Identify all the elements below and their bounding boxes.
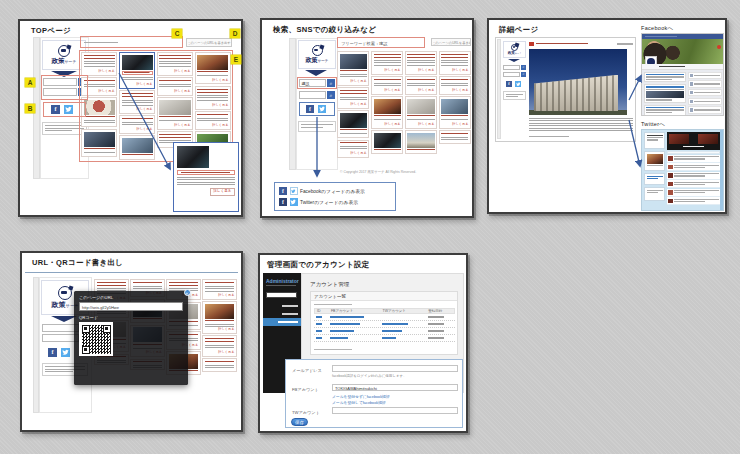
facebook-post[interactable] <box>644 72 687 83</box>
news-card[interactable]: 詳しく見る <box>337 87 369 108</box>
facebook-screenshot[interactable] <box>641 33 724 116</box>
fb-account-link[interactable] <box>330 330 354 331</box>
facebook-side-item[interactable] <box>688 106 722 114</box>
twitter-screenshot[interactable] <box>641 129 724 211</box>
news-card[interactable]: 詳しく見る <box>371 96 403 128</box>
admin-search-input[interactable] <box>266 292 297 298</box>
date-text <box>428 316 444 317</box>
more-button[interactable]: 詳しく見る <box>210 188 235 197</box>
cell-date <box>426 337 454 338</box>
twitter-icon[interactable] <box>515 81 521 87</box>
facebook-posts-column <box>644 72 687 114</box>
more-link[interactable]: 詳しく見る <box>340 80 367 83</box>
id-link[interactable] <box>316 316 322 317</box>
fb-account-input[interactable]: TOKIGAWAhimitsukichi <box>332 384 458 391</box>
more-link[interactable]: 詳しく見る <box>374 123 401 126</box>
search-button[interactable]: ⌕ <box>521 72 526 77</box>
news-card[interactable]: 詳しく見る <box>337 51 369 86</box>
tw-account-input[interactable] <box>332 407 458 414</box>
tw-account-link[interactable] <box>382 323 408 324</box>
more-link[interactable]: 詳しく見る <box>205 294 234 297</box>
news-card[interactable] <box>202 358 237 372</box>
facebook-post[interactable] <box>644 105 687 116</box>
news-card[interactable]: 詳しく見る <box>439 76 471 94</box>
hashtag-search-input[interactable] <box>503 72 520 77</box>
news-card[interactable]: 詳しく見る <box>405 76 437 94</box>
site-logo[interactable]: 政策サーチ <box>503 41 526 58</box>
more-link[interactable]: 詳しく見る <box>340 103 367 106</box>
id-link[interactable] <box>316 323 322 324</box>
search-button[interactable]: ⌕ <box>521 65 526 70</box>
fb-auth-link-2[interactable]: メールを登録してfacebook認証 <box>332 400 386 405</box>
table-row[interactable] <box>314 321 455 328</box>
keyword-search-input[interactable] <box>503 65 520 70</box>
tweet-item[interactable] <box>667 189 720 197</box>
news-card[interactable]: 詳しく見る <box>371 76 403 94</box>
more-link[interactable]: 詳しく見る <box>374 69 401 72</box>
tw-account-link[interactable] <box>382 337 396 338</box>
news-card[interactable]: 詳しく見る <box>371 51 403 75</box>
news-card[interactable] <box>439 130 471 144</box>
more-link[interactable]: 詳しく見る <box>340 152 367 155</box>
table-row[interactable] <box>314 328 455 335</box>
id-link[interactable] <box>316 337 322 338</box>
fb-account-link[interactable] <box>330 337 348 338</box>
facebook-side-item[interactable] <box>688 89 722 97</box>
admin-menu-item[interactable] <box>263 310 301 318</box>
table-row[interactable] <box>314 314 455 321</box>
date-text <box>428 330 444 331</box>
news-card[interactable] <box>371 130 403 154</box>
tweet-item[interactable] <box>667 163 720 171</box>
more-link[interactable]: 詳しく見る <box>407 89 434 92</box>
id-link[interactable] <box>316 330 322 331</box>
export-url-button[interactable]: このページのURLを書き出す <box>186 38 232 47</box>
menu-item-label <box>278 321 298 322</box>
admin-menu-item-active[interactable] <box>263 318 301 326</box>
more-link[interactable]: 詳しく見る <box>205 328 234 331</box>
site-logo[interactable]: 政策サーチ <box>298 40 336 69</box>
more-link[interactable]: 詳しく見る <box>407 123 434 126</box>
facebook-icon[interactable]: f <box>506 81 512 87</box>
news-card[interactable]: 詳しく見る <box>337 140 369 158</box>
save-button[interactable]: 保存 <box>291 418 308 426</box>
more-link[interactable]: 詳しく見る <box>205 351 234 354</box>
facebook-post[interactable] <box>644 84 687 103</box>
more-link[interactable]: 詳しく見る <box>441 89 468 92</box>
tw-account-link[interactable] <box>382 330 402 331</box>
facebook-side-item[interactable] <box>688 72 722 80</box>
more-link[interactable]: 詳しく見る <box>441 69 468 72</box>
news-card[interactable] <box>405 130 437 154</box>
fb-account-link[interactable] <box>330 323 360 324</box>
table-row[interactable] <box>314 335 455 342</box>
more-link[interactable]: 詳しく見る <box>374 89 401 92</box>
fb-account-link[interactable] <box>330 316 364 317</box>
admin-menu-item[interactable] <box>263 302 301 310</box>
news-card[interactable]: 詳しく見る <box>439 51 471 75</box>
email-input[interactable] <box>332 365 458 372</box>
hashtag-search-input[interactable] <box>299 91 326 99</box>
news-card[interactable]: 詳しく見る <box>202 301 237 333</box>
close-icon[interactable]: ✕ <box>184 289 191 296</box>
more-link[interactable]: 詳しく見る <box>407 69 434 72</box>
news-card[interactable]: 詳しく見る <box>202 335 237 356</box>
news-card[interactable]: 詳しく見る <box>202 279 237 300</box>
more-link[interactable]: 詳しく見る <box>441 123 468 126</box>
facebook-icon[interactable]: f <box>48 348 57 357</box>
tweet-item[interactable] <box>667 197 720 205</box>
twitter-icon[interactable] <box>61 348 70 357</box>
news-card[interactable]: 詳しく見る <box>439 96 471 128</box>
news-card[interactable]: 詳しく見る <box>405 96 437 128</box>
facebook-side-item[interactable] <box>688 80 722 88</box>
article-body-lines <box>529 128 633 133</box>
news-card[interactable] <box>337 110 369 138</box>
tweet-item[interactable] <box>667 180 720 188</box>
search-button[interactable]: ⌕ <box>327 91 335 99</box>
url-input[interactable]: http://seis.gl/2y5Hwe <box>79 302 183 311</box>
export-url-button[interactable]: このページのURLを書き出す <box>431 38 471 46</box>
fb-auth-link-1[interactable]: メールを登録せずにfacebook認証 <box>332 394 390 399</box>
news-card[interactable]: 詳しく見る <box>405 51 437 75</box>
tweet-item[interactable] <box>667 155 720 163</box>
tweet-item[interactable] <box>667 172 720 180</box>
facebook-side-item[interactable] <box>688 98 722 106</box>
facebook-side-item[interactable] <box>688 115 722 116</box>
